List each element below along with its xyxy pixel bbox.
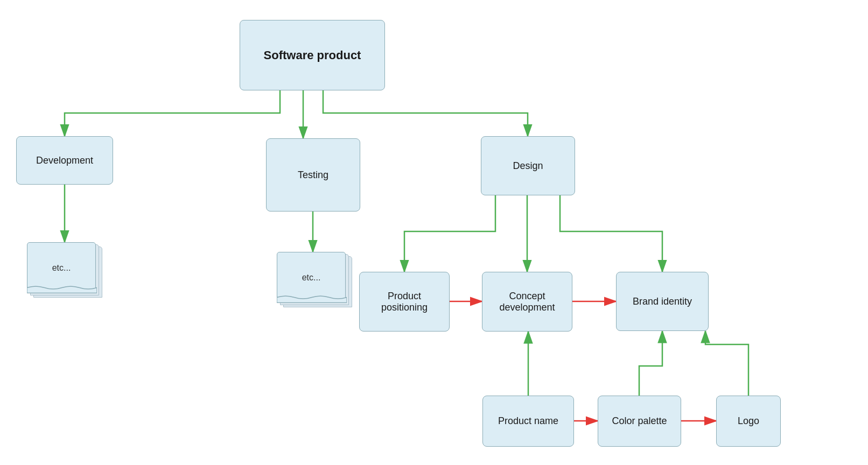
node-color-palette: Color palette <box>598 396 681 447</box>
node-testing: Testing <box>266 138 360 212</box>
node-label-concept-development: Concept development <box>489 291 565 313</box>
stack-testing-etc: etc... <box>277 252 352 316</box>
node-label-testing: Testing <box>298 170 328 181</box>
node-label-logo: Logo <box>738 415 759 427</box>
node-design: Design <box>481 136 575 195</box>
node-product-name: Product name <box>482 396 574 447</box>
node-label-brand-identity: Brand identity <box>633 296 692 307</box>
node-label-color-palette: Color palette <box>612 415 667 427</box>
label-test-etc: etc... <box>302 273 321 283</box>
node-concept-development: Concept development <box>482 272 572 332</box>
node-label-product-name: Product name <box>498 415 558 427</box>
stack-development-etc: etc... <box>27 242 102 307</box>
node-label-design: Design <box>513 160 543 172</box>
node-software-product: Software product <box>240 20 385 90</box>
node-label-software-product: Software product <box>264 48 361 62</box>
node-logo: Logo <box>716 396 781 447</box>
node-label-development: Development <box>36 155 93 166</box>
node-label-product-positioning: Product positioning <box>366 291 443 313</box>
node-brand-identity: Brand identity <box>616 272 709 331</box>
node-product-positioning: Product positioning <box>359 272 450 332</box>
node-development: Development <box>16 136 113 185</box>
diagram: Software product Development Testing Des… <box>0 0 868 465</box>
label-dev-etc: etc... <box>52 263 71 273</box>
